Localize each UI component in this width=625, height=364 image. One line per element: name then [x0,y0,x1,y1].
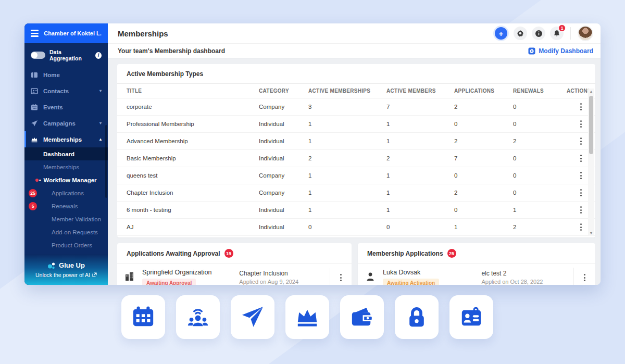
settings-button[interactable] [514,27,527,40]
column-header[interactable]: TITLE [117,84,259,98]
status-badge: Awaiting Activation [383,279,439,285]
info-icon[interactable]: i [95,52,102,59]
cell-title: Professional Membership [117,116,259,133]
sidebar-item-workflow-manager[interactable]: ▴ Workflow Manager [24,173,108,186]
applied-date: Applied on Aug 9, 2024 [239,279,330,285]
membership-types-table: TITLE CATEGORY ACTIVE MEMBERSHIPS ACTIVE… [117,83,595,236]
data-aggregation-label: Data Aggregation [49,49,91,61]
send-icon [241,305,265,329]
crown-icon [31,136,38,143]
row-actions-menu[interactable] [576,206,586,214]
sidebar-item-contacts[interactable]: Contacts ▾ [24,83,108,99]
column-header[interactable]: APPLICATIONS [454,84,513,98]
column-header[interactable]: CATEGORY [259,84,308,98]
row-actions-menu[interactable] [576,189,586,196]
chevron-down-icon: ▾ [99,89,102,93]
row-actions-menu[interactable] [576,120,586,128]
sidebar-header: Chamber of Koktel L... [24,23,108,43]
organization-name[interactable]: Chamber of Koktel L... [44,30,102,36]
scroll-down-icon[interactable]: ▼ [588,231,594,235]
cell-category: Company [259,184,308,202]
row-actions-menu[interactable] [576,103,586,110]
glueup-brand: Glue Up [59,261,85,269]
community-icon [186,305,210,329]
cell-applications: 0 [454,116,513,133]
column-header[interactable]: RENEWALS [513,84,567,98]
external-link-icon [92,272,97,277]
application-entry[interactable]: Luka Dovsak Awaiting Activation elc test… [358,263,595,285]
cell-active-members: 2 [386,150,454,167]
cell-applications: 2 [454,184,513,202]
cell-title: corporate [117,98,259,116]
cell-active-members: 1 [386,202,454,219]
row-actions-menu[interactable] [576,155,586,162]
sidebar-item-renewals[interactable]: 5 Renewals [24,199,108,212]
add-button[interactable]: + [493,26,509,41]
cell-active-members: 1 [386,133,454,150]
cell-renewals: 0 [513,98,567,116]
notification-dot [35,179,39,182]
cell-category: Individual [259,202,308,219]
sidebar-item-memberships[interactable]: Memberships ▴ [24,131,108,147]
cell-active-memberships: 1 [308,116,386,133]
hamburger-menu-icon[interactable] [31,30,39,37]
notifications-button[interactable]: 1 [550,27,564,40]
tile-lock[interactable] [395,295,439,339]
sidebar-scrollbar[interactable] [105,125,107,198]
user-avatar[interactable] [578,26,593,41]
table-scrollbar[interactable]: ▲ ▼ [588,89,594,236]
table-row: corporate Company 3 7 2 0 [117,98,595,116]
sidebar-item-campaigns[interactable]: Campaigns ▾ [24,115,108,131]
cell-title: 6 month - testing [117,202,259,219]
row-actions-menu[interactable] [576,223,586,231]
cell-category: Company [259,167,308,184]
cell-applications: 0 [454,202,513,219]
tile-wallet[interactable] [340,295,384,339]
cell-renewals: 0 [513,150,567,167]
tile-community[interactable] [176,295,220,339]
tile-calendar[interactable] [121,295,165,339]
scrollbar-thumb[interactable] [589,96,593,154]
entry-actions-menu[interactable] [580,274,590,281]
card-count-badge: 19 [224,249,233,258]
sidebar-item-applications[interactable]: 25 Applications [24,186,108,199]
row-actions-menu[interactable] [576,137,586,145]
tile-send[interactable] [231,295,274,339]
tile-crown[interactable] [285,295,329,339]
table-row: queens test Company 1 1 0 0 [117,167,595,184]
column-header[interactable]: ACTIVE MEMBERS [386,84,454,98]
glueup-promo[interactable]: Glue Up Unlock the power of AI [24,254,108,285]
data-aggregation-toggle[interactable] [31,52,45,59]
cell-renewals: 1 [513,202,567,219]
info-button[interactable] [532,27,545,40]
id-card-icon [459,305,483,329]
sidebar-item-member-validation[interactable]: Member Validation [24,212,108,225]
applicant-name[interactable]: Luka Dovsak [383,269,479,276]
sidebar-item-product-orders[interactable]: Product Orders [24,239,108,252]
sidebar-item-dashboard[interactable]: Dashboard [24,147,108,160]
modify-dashboard-button[interactable]: Modify Dashboard [528,47,593,55]
tile-id-card[interactable] [449,295,493,339]
sidebar-item-addon-requests[interactable]: Add-on Requests [24,225,108,239]
row-actions-menu[interactable] [576,172,586,179]
contacts-icon [31,87,38,95]
cell-category: Individual [259,219,308,236]
cell-active-members: 1 [386,167,454,184]
column-header[interactable]: ACTIVE MEMBERSHIPS [308,84,386,98]
dashboard-content: Active Membership Types TITLE CATEGORY A… [108,58,601,285]
cell-renewals: 0 [513,184,567,202]
applicant-name[interactable]: Springfield Organization [142,269,237,276]
membership-name: Chapter Inclusion [239,270,330,277]
cell-applications: 0 [454,167,513,184]
cell-applications: 2 [454,133,513,150]
scroll-up-icon[interactable]: ▲ [588,90,594,93]
sidebar-item-memberships-list[interactable]: Memberships [24,160,108,173]
divider [570,27,571,40]
sidebar-item-events[interactable]: Events [24,99,108,115]
entry-actions-menu[interactable] [336,274,346,281]
cell-renewals: 2 [513,133,567,150]
active-accent-bar [24,131,26,147]
application-entry[interactable]: Springfield Organization Awaiting Approv… [117,263,352,285]
sidebar-item-home[interactable]: Home [24,67,108,83]
cell-applications: 1 [454,219,513,236]
